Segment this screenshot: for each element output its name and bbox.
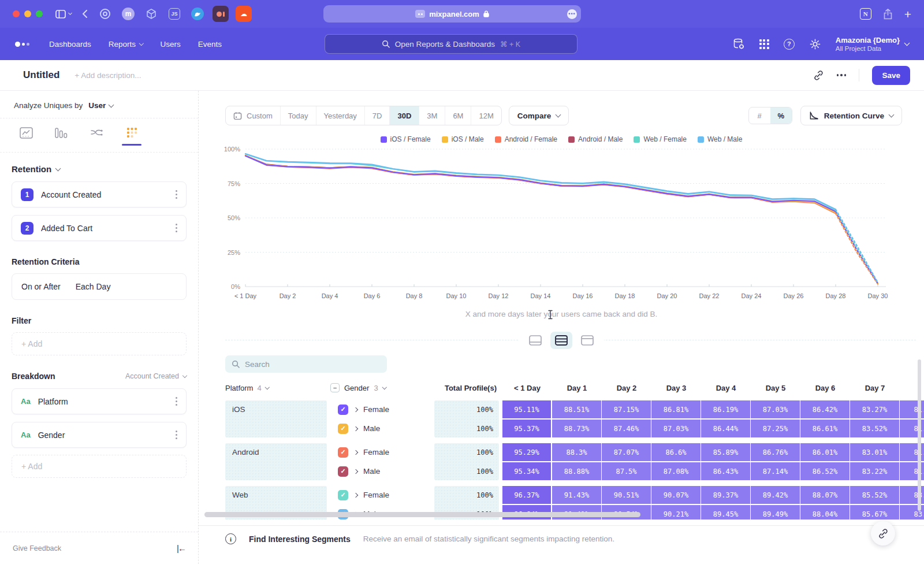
range-12m[interactable]: 12M bbox=[471, 106, 501, 125]
retention-cell[interactable]: 86.76% bbox=[751, 443, 800, 461]
breakdown-property-name[interactable]: Platform bbox=[38, 397, 168, 406]
retention-cell[interactable]: 86.61% bbox=[800, 420, 850, 437]
extension-target-icon[interactable] bbox=[97, 6, 113, 22]
url-more-icon[interactable]: ••• bbox=[567, 9, 577, 19]
legend-item[interactable]: Android / Female bbox=[495, 135, 557, 143]
breakdown-property-name[interactable]: Gender bbox=[38, 431, 168, 440]
retention-cell[interactable]: 86.52% bbox=[800, 462, 850, 480]
chevron-right-icon[interactable] bbox=[353, 469, 358, 473]
analyze-uniques-row[interactable]: Analyze Uniques by User bbox=[0, 91, 198, 118]
retention-cell[interactable]: 89.42% bbox=[751, 486, 800, 504]
layout-chart-only-icon[interactable] bbox=[524, 332, 546, 349]
column-gender[interactable]: – Gender 3 bbox=[330, 383, 434, 392]
breakdown-card-platform[interactable]: Aa Platform bbox=[12, 388, 187, 414]
gender-row-male[interactable]: ✓Male bbox=[330, 420, 434, 437]
retention-cell[interactable]: 83.22% bbox=[850, 462, 900, 480]
chevron-right-icon[interactable] bbox=[353, 426, 358, 431]
table-search-input[interactable]: Search bbox=[225, 355, 387, 373]
gender-row-male[interactable]: ✓Male bbox=[330, 462, 434, 480]
retention-cell[interactable]: 86.81% bbox=[651, 400, 701, 418]
retention-cell[interactable]: 89.45% bbox=[701, 505, 751, 520]
nav-item-dashboards[interactable]: Dashboards bbox=[49, 40, 91, 49]
tab-retention[interactable] bbox=[120, 127, 144, 152]
retention-cell[interactable]: 83.52% bbox=[850, 420, 900, 437]
notion-tab-icon[interactable]: N bbox=[860, 8, 871, 20]
chevron-right-icon[interactable] bbox=[353, 407, 358, 411]
extension-soundcloud-icon[interactable]: ☁ bbox=[236, 6, 252, 22]
horizontal-scrollbar[interactable] bbox=[204, 512, 640, 517]
range-yesterday[interactable]: Yesterday bbox=[316, 106, 365, 125]
range-7d[interactable]: 7D bbox=[365, 106, 390, 125]
save-button[interactable]: Save bbox=[872, 66, 910, 85]
browser-sidebar-toggle-icon[interactable] bbox=[55, 10, 72, 18]
retention-cell[interactable]: 85.89% bbox=[701, 443, 751, 461]
range-30d[interactable]: 30D bbox=[390, 106, 419, 125]
retention-cell[interactable]: 88.88% bbox=[552, 462, 602, 480]
column-day[interactable]: Day 7 bbox=[850, 384, 900, 392]
browser-extensions[interactable]: m JS ☁ bbox=[97, 6, 252, 22]
retention-cell[interactable]: 87.25% bbox=[751, 420, 800, 437]
criteria-mode[interactable]: On or After bbox=[21, 282, 61, 291]
report-title[interactable]: Untitled bbox=[23, 69, 59, 81]
vertical-scrollbar[interactable] bbox=[918, 359, 921, 511]
extension-js-icon[interactable]: JS bbox=[166, 6, 182, 22]
chart-type-selector[interactable]: Retention Curve bbox=[800, 106, 902, 125]
retention-cell[interactable]: 87.08% bbox=[651, 462, 701, 480]
retention-cell[interactable]: 87.03% bbox=[751, 400, 800, 418]
retention-cell[interactable]: 86.01% bbox=[800, 443, 850, 461]
retention-cell[interactable]: 95.37% bbox=[502, 420, 552, 437]
retention-cell[interactable]: 90.07% bbox=[651, 486, 701, 504]
retention-cell[interactable]: 86.6% bbox=[651, 443, 701, 461]
project-switcher[interactable]: Amazonia {Demo} All Project Data bbox=[836, 36, 909, 52]
settings-gear-icon[interactable] bbox=[809, 38, 821, 50]
retention-cell[interactable]: 87.07% bbox=[602, 443, 651, 461]
share-icon[interactable] bbox=[883, 9, 893, 20]
series-checkbox[interactable]: ✓ bbox=[338, 466, 348, 477]
nav-item-events[interactable]: Events bbox=[198, 40, 222, 49]
extension-cube-icon[interactable] bbox=[143, 6, 159, 22]
url-bar[interactable]: mixpanel.com ••• bbox=[323, 5, 581, 23]
column-day[interactable]: Day 2 bbox=[602, 384, 651, 392]
series-checkbox[interactable]: ✓ bbox=[338, 490, 348, 500]
retention-cell[interactable]: 85.67% bbox=[850, 505, 900, 520]
step-event-name[interactable]: Account Created bbox=[41, 190, 168, 199]
retention-cell[interactable]: 89.49% bbox=[751, 505, 800, 520]
mixpanel-logo[interactable] bbox=[15, 42, 29, 47]
column-day[interactable]: Day 6 bbox=[800, 384, 850, 392]
unit-absolute-toggle[interactable]: # bbox=[749, 107, 770, 124]
retention-cell[interactable]: 95.29% bbox=[502, 443, 552, 461]
range-6m[interactable]: 6M bbox=[445, 106, 471, 125]
column-day[interactable]: < 1 Day bbox=[502, 384, 552, 392]
step-card-1[interactable]: 1 Account Created bbox=[12, 181, 187, 207]
add-breakdown-button[interactable]: + Add bbox=[12, 455, 187, 478]
retention-criteria-card[interactable]: On or After Each Day bbox=[12, 273, 187, 300]
retention-cell[interactable]: 95.34% bbox=[502, 462, 552, 480]
series-checkbox[interactable]: ✓ bbox=[338, 424, 348, 434]
retention-cell[interactable]: 87.15% bbox=[602, 400, 651, 418]
window-controls[interactable] bbox=[13, 10, 43, 17]
range-today[interactable]: Today bbox=[281, 106, 316, 125]
apps-grid-icon[interactable] bbox=[759, 39, 769, 49]
chevron-right-icon[interactable] bbox=[353, 450, 358, 454]
new-tab-icon[interactable]: + bbox=[904, 8, 911, 20]
retention-section-header[interactable]: Retention bbox=[12, 164, 187, 174]
retention-cell[interactable]: 88.07% bbox=[800, 486, 850, 504]
collapse-sidebar-icon[interactable]: |← bbox=[177, 543, 185, 553]
extension-matter-icon[interactable] bbox=[213, 6, 229, 22]
retention-cell[interactable]: 86.44% bbox=[701, 420, 751, 437]
compare-button[interactable]: Compare bbox=[509, 106, 569, 125]
tab-funnels[interactable] bbox=[49, 127, 73, 152]
data-management-icon[interactable] bbox=[732, 38, 745, 50]
series-checkbox[interactable]: ✓ bbox=[338, 447, 348, 458]
close-window-icon[interactable] bbox=[13, 10, 20, 17]
criteria-window[interactable]: Each Day bbox=[76, 282, 111, 291]
legend-item[interactable]: Web / Male bbox=[698, 135, 742, 143]
extension-bird-icon[interactable] bbox=[189, 6, 206, 22]
column-day[interactable]: Day 4 bbox=[701, 384, 751, 392]
legend-item[interactable]: iOS / Female bbox=[381, 135, 431, 143]
global-search-input[interactable]: Open Reports & Dashboards ⌘ + K bbox=[325, 34, 578, 54]
retention-cell[interactable]: 88.3% bbox=[552, 443, 602, 461]
tab-flows[interactable] bbox=[84, 127, 109, 152]
share-link-fab[interactable] bbox=[871, 521, 895, 546]
tab-insights[interactable] bbox=[14, 127, 38, 152]
